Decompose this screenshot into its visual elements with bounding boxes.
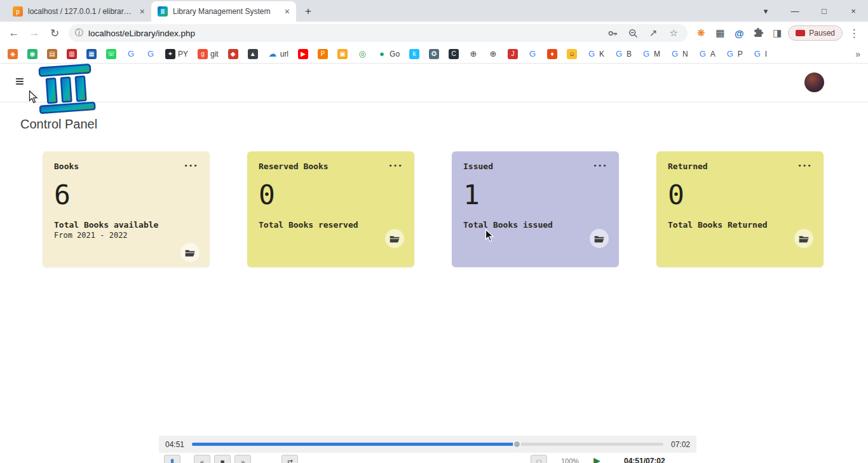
- bookmark-item[interactable]: ◆: [228, 49, 238, 59]
- tab-library-management[interactable]: Ⅲ Library Management System ×: [151, 1, 296, 22]
- tab-phpmyadmin[interactable]: p localhost / 127.0.0.1 / elibrary / a ×: [6, 1, 151, 22]
- bookmark-item[interactable]: ✦PY: [165, 49, 188, 59]
- player-progress-handle[interactable]: [513, 440, 521, 448]
- bookmark-item[interactable]: GI: [752, 49, 767, 59]
- bookmark-item[interactable]: GP: [725, 49, 743, 59]
- card-menu-icon[interactable]: •••: [388, 162, 403, 170]
- bookmark-item[interactable]: ⊕: [488, 49, 498, 59]
- bookmark-item[interactable]: ✪: [429, 49, 439, 59]
- side-panel-icon[interactable]: ◨: [769, 25, 785, 41]
- bookmark-item[interactable]: G: [527, 49, 538, 59]
- open-folder-button[interactable]: [590, 229, 609, 248]
- bookmark-item[interactable]: GA: [698, 49, 715, 59]
- card-issued: Issued ••• 1 Total Books issued: [452, 151, 619, 267]
- bookmark-icon: ✪: [429, 49, 439, 59]
- bookmark-item[interactable]: C: [449, 49, 459, 59]
- password-key-icon[interactable]: [605, 25, 620, 41]
- bookmark-item[interactable]: ggit: [198, 49, 219, 59]
- new-tab-button[interactable]: +: [300, 3, 316, 20]
- card-menu-icon[interactable]: •••: [797, 162, 812, 170]
- user-avatar[interactable]: [804, 73, 824, 92]
- bookmark-icon: ☁: [268, 49, 278, 59]
- bookmark-item[interactable]: GM: [641, 49, 660, 59]
- tab-title: Library Management System: [173, 7, 280, 16]
- bookmark-item[interactable]: GN: [670, 49, 688, 59]
- bookmark-item[interactable]: ◎: [357, 49, 367, 59]
- browser-menu-icon[interactable]: ⋮: [845, 24, 863, 42]
- tab-close-icon[interactable]: ×: [285, 6, 290, 17]
- recorder-paused-badge[interactable]: Paused: [788, 25, 843, 41]
- bookmark-icon: G: [698, 49, 708, 59]
- player-progress-fill: [192, 443, 517, 446]
- bookmark-item[interactable]: k: [409, 49, 419, 59]
- bookmark-item[interactable]: ▣: [337, 49, 348, 59]
- bookmark-item[interactable]: ☁url: [268, 49, 288, 59]
- reload-button[interactable]: ↻: [46, 24, 64, 42]
- zoom-icon[interactable]: [625, 25, 641, 41]
- extension-grid-icon[interactable]: ▦: [712, 25, 728, 41]
- forward-button[interactable]: →: [25, 24, 43, 42]
- previous-button[interactable]: «: [194, 455, 210, 463]
- pause-button[interactable]: Ⅱ: [164, 455, 180, 463]
- player-total-time: 07:02: [671, 440, 690, 449]
- recording-player: 04:51 07:02 Ⅱ « ■ » ⇄ □ 100% ▶ 04:51/07:…: [159, 436, 696, 463]
- bookmarks-bar: ◈◉▤▥▦☏GG✦PYggit◆▲☁url▶P▣◎●Gok✪C⊕⊕JG♦☺GKG…: [0, 45, 868, 64]
- next-button[interactable]: »: [234, 455, 251, 463]
- extensions-puzzle-icon[interactable]: [750, 25, 766, 41]
- share-icon[interactable]: ↗: [646, 25, 661, 41]
- bookmark-item[interactable]: ▦: [86, 49, 97, 59]
- player-buttons-row: Ⅱ « ■ » ⇄ □ 100% ▶ 04:51/07:02: [159, 453, 696, 463]
- stop-button[interactable]: ■: [214, 455, 231, 463]
- card-label: Returned: [668, 162, 708, 171]
- open-folder-button[interactable]: [385, 229, 404, 248]
- bookmark-icon: ☺: [567, 49, 577, 59]
- bookmark-item[interactable]: ♦: [547, 49, 557, 59]
- bookmark-item[interactable]: ▥: [67, 49, 77, 59]
- bookmark-item[interactable]: G: [146, 49, 156, 59]
- bookmark-item[interactable]: GB: [614, 49, 632, 59]
- tab-search-icon[interactable]: ▾: [751, 0, 780, 22]
- url-text[interactable]: localhost/eLibrary/index.php: [88, 29, 600, 38]
- site-info-icon[interactable]: ⓘ: [75, 27, 83, 39]
- bookmark-icon: G: [752, 49, 763, 59]
- open-folder-button[interactable]: [180, 243, 200, 262]
- card-menu-icon[interactable]: •••: [184, 162, 198, 170]
- bookmark-item[interactable]: ☏: [106, 49, 116, 59]
- bookmarks-overflow-icon[interactable]: »: [855, 49, 860, 59]
- google-icon: G: [527, 49, 538, 59]
- maximize-button[interactable]: □: [810, 0, 839, 22]
- open-folder-button[interactable]: [794, 229, 813, 248]
- card-menu-icon[interactable]: •••: [593, 162, 607, 170]
- back-button[interactable]: ←: [5, 24, 23, 42]
- extension-at-icon[interactable]: @: [731, 25, 747, 41]
- player-progress-track[interactable]: [192, 443, 663, 446]
- bookmark-item[interactable]: ◈: [8, 49, 18, 59]
- swap-button[interactable]: ⇄: [281, 455, 298, 463]
- bookmark-item[interactable]: J: [508, 49, 518, 59]
- bookmark-item[interactable]: P: [318, 49, 328, 59]
- address-bar[interactable]: ⓘ localhost/eLibrary/index.php ↗ ☆: [69, 24, 688, 42]
- bookmark-item[interactable]: ▲: [248, 49, 258, 59]
- close-button[interactable]: ×: [839, 0, 868, 22]
- minimize-button[interactable]: —: [780, 0, 810, 22]
- bookmark-item[interactable]: ⊕: [468, 49, 478, 59]
- fit-button[interactable]: □: [531, 455, 547, 463]
- card-value: 6: [54, 181, 198, 209]
- whatsapp-icon: ☏: [106, 49, 116, 59]
- bookmark-item[interactable]: ▤: [47, 49, 57, 59]
- bookmark-item[interactable]: G: [126, 49, 136, 59]
- hamburger-menu-icon[interactable]: ≡: [15, 74, 24, 89]
- bookmark-star-icon[interactable]: ☆: [666, 25, 681, 41]
- zoom-level: 100%: [561, 457, 579, 463]
- bookmark-item[interactable]: ☺: [567, 49, 577, 59]
- bookmark-item[interactable]: ●Go: [377, 49, 400, 59]
- bookmark-label: PY: [178, 50, 188, 59]
- bookmark-icon: G: [587, 49, 597, 59]
- extension-bee-icon[interactable]: ❋: [693, 25, 709, 41]
- card-books: Books ••• 6 Total Books available From 2…: [43, 151, 210, 267]
- card-returned: Returned ••• 0 Total Books Returned: [656, 151, 824, 267]
- bookmark-item[interactable]: ▶: [298, 49, 308, 59]
- bookmark-item[interactable]: ◉: [27, 49, 37, 59]
- bookmark-item[interactable]: GK: [587, 49, 604, 59]
- tab-close-icon[interactable]: ×: [140, 6, 145, 17]
